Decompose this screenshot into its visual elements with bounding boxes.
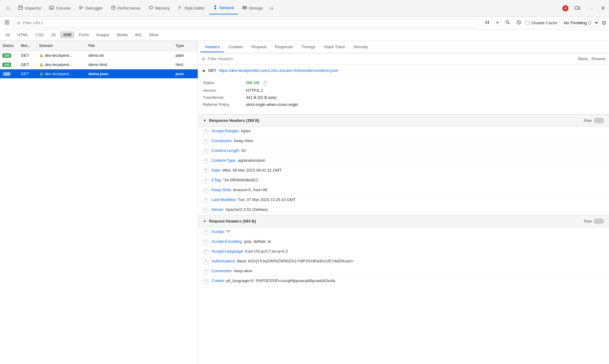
responsive-view-button[interactable] (571, 2, 584, 14)
header-help-icon[interactable]: ? (203, 207, 208, 213)
header-help-icon[interactable]: ? (203, 259, 208, 265)
header-help-icon[interactable]: ? (203, 129, 208, 134)
error-count-badge[interactable]: 4 (562, 5, 568, 11)
resend-action[interactable]: Resend (592, 56, 605, 61)
header-name: Connection: (211, 269, 233, 273)
td-type: html (173, 60, 198, 69)
filter-tab-other[interactable]: Other (146, 31, 162, 38)
header-help-icon[interactable]: ? (203, 239, 208, 245)
filter-tab-other-label: Other (149, 33, 159, 37)
th-method: Met... (18, 41, 37, 51)
header-help-icon[interactable]: ? (203, 188, 208, 193)
status-help-icon[interactable]: ? (262, 81, 267, 86)
status-row-referrer: Referrer Policy strict-origin-when-cross… (203, 102, 604, 107)
td-domain: 🔒 dev-lecarpent... (37, 69, 86, 78)
td-status: 200 (0, 69, 18, 78)
table-row[interactable]: 200 GET 🔒 dev-lecarpent... demo.html htm… (0, 60, 198, 69)
filter-tab-fonts[interactable]: Fonts (76, 31, 92, 38)
status-section: Status 200 OK ? Version HTTP/1.1 Transfe… (198, 77, 609, 114)
search-button[interactable] (503, 19, 512, 27)
throttle-select[interactable]: No Throttling ⬡ (560, 19, 599, 27)
response-raw-switch[interactable] (594, 118, 604, 123)
header-name: Accept: (211, 229, 225, 234)
sub-tab-request[interactable]: Request (247, 42, 270, 52)
sub-tab-cookies[interactable]: Cookies (224, 42, 247, 52)
filter-headers-icon: ⊘ (202, 56, 205, 61)
header-help-icon[interactable]: ? (203, 230, 208, 235)
filter-headers-input[interactable] (208, 56, 578, 61)
sub-tab-headers[interactable]: Headers (200, 42, 224, 52)
request-header-item: ? Connection: keep-alive (198, 267, 609, 277)
request-header-item: ? Accept-Language: fr,en-US;q=0.7,en;q=0… (198, 247, 609, 257)
filter-input[interactable] (23, 21, 472, 25)
close-devtools-button[interactable]: ✕ (599, 4, 607, 13)
clear-button[interactable] (2, 18, 12, 28)
svg-rect-16 (488, 21, 489, 24)
sub-tab-timings[interactable]: Timings (297, 42, 320, 52)
pause-button[interactable] (483, 19, 491, 27)
header-value: 52 (241, 148, 246, 153)
table-row[interactable]: 200 GET 🔒 dev-lecarpent... demo.txt plai… (0, 51, 198, 60)
response-header-item: ? ETag: "34-5f6560bdbe921" (198, 176, 609, 186)
table-row[interactable]: 200 GET 🔒 dev-lecarpent... demo.json jso… (0, 69, 198, 79)
more-tabs-button[interactable]: ›› (267, 5, 276, 11)
filter-tab-xhr[interactable]: XHR (60, 31, 75, 38)
td-method: GET (18, 60, 37, 69)
tab-memory[interactable]: Memory (145, 2, 173, 14)
th-type: Type (173, 41, 198, 51)
filter-tab-images[interactable]: Images (93, 31, 113, 38)
disable-cache-label[interactable]: Disable Cache (526, 21, 557, 25)
header-help-icon[interactable]: ? (203, 149, 208, 154)
style-editor-icon (178, 5, 183, 11)
header-help-icon[interactable]: ? (203, 178, 208, 184)
tab-responsive[interactable]: ⬡ (2, 2, 14, 14)
tab-debugger[interactable]: Debugger (75, 2, 107, 14)
filter-tab-css[interactable]: CSS (33, 31, 47, 38)
tab-inspector[interactable]: Inspector (14, 2, 45, 14)
block-action[interactable]: Block (578, 56, 588, 61)
filter-tab-all[interactable]: All (2, 31, 13, 38)
header-help-icon[interactable]: ? (203, 279, 208, 284)
sub-tab-stack-trace[interactable]: Stack Trace (320, 42, 349, 52)
request-headers-section-header[interactable]: ▼ Request Headers (583 B) Raw (198, 215, 609, 227)
tab-network[interactable]: Network (209, 2, 238, 14)
header-help-icon[interactable]: ? (203, 269, 208, 274)
header-name: Cookie: (211, 278, 225, 283)
header-value: bytes (241, 129, 251, 133)
filter-tab-all-label: All (6, 33, 10, 37)
sub-tab-response[interactable]: Response (271, 42, 297, 52)
settings-button[interactable]: ⚙ (602, 20, 607, 26)
header-help-icon[interactable]: ? (203, 158, 208, 164)
console-icon (49, 5, 54, 11)
top-tab-bar: ⬡ Inspector Console Debugger Performance… (0, 0, 609, 17)
filter-tab-media-label: Media (117, 33, 127, 37)
tab-performance[interactable]: Performance (107, 2, 144, 14)
status-row-transferred: Transferred 341 B (52 B size) (203, 95, 604, 100)
add-button[interactable]: + (494, 18, 501, 28)
filter-tab-ws[interactable]: WS (132, 31, 145, 38)
more-options-button[interactable]: ··· (586, 2, 597, 14)
svg-rect-9 (243, 8, 246, 9)
filter-tab-html[interactable]: HTML (14, 31, 31, 38)
tab-storage-label: Storage (249, 6, 263, 10)
status-key-transferred: Transferred (203, 95, 246, 100)
header-value: "34-5f6560bdbe921" (223, 178, 259, 182)
header-help-icon[interactable]: ? (203, 198, 208, 203)
tab-style-editor[interactable]: Style Editor (174, 2, 208, 14)
inspector-icon (18, 5, 23, 11)
filter-tab-js[interactable]: JS (48, 31, 59, 38)
header-help-icon[interactable]: ? (203, 249, 208, 255)
tab-storage[interactable]: Storage (239, 2, 267, 14)
request-raw-switch[interactable] (594, 219, 604, 224)
header-help-icon[interactable]: ? (203, 139, 208, 144)
tab-console[interactable]: Console (45, 2, 74, 14)
block-button[interactable] (514, 19, 523, 27)
filter-tab-media[interactable]: Media (114, 31, 130, 38)
response-headers-section-header[interactable]: ▼ Response Headers (289 B) Raw (198, 114, 609, 127)
request-triangle[interactable]: ▶ (203, 68, 206, 73)
status-badge: 200 (2, 53, 11, 58)
disable-cache-checkbox[interactable] (526, 21, 529, 25)
th-status: Status (0, 41, 18, 51)
header-help-icon[interactable]: ? (203, 168, 208, 174)
sub-tab-security[interactable]: Security (349, 42, 372, 52)
